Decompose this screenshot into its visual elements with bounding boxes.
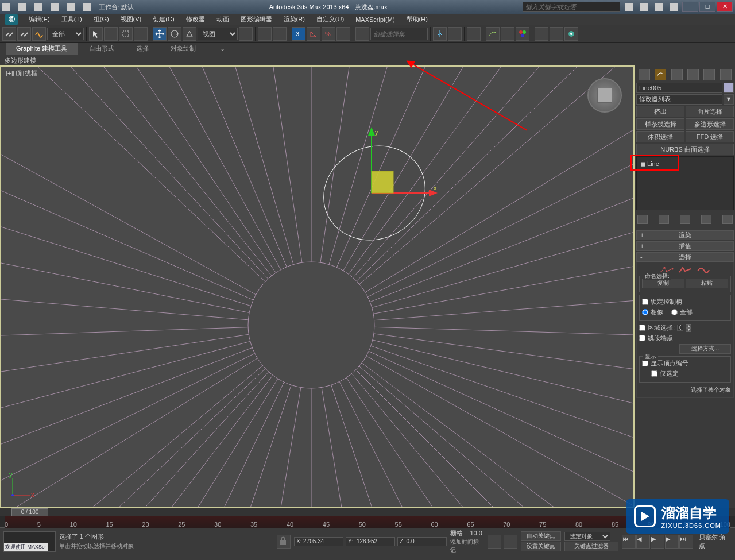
modifier-list-dropbtn[interactable]: ▼ <box>724 94 734 105</box>
maximize-button[interactable]: □ <box>699 2 715 12</box>
qat-redo-icon[interactable] <box>67 3 75 11</box>
object-name-input[interactable] <box>636 83 722 93</box>
workspace-dropdown[interactable]: 工作台: 默认 <box>99 3 134 11</box>
tab-graphite[interactable]: Graphite 建模工具 <box>6 43 78 55</box>
modifier-list-dropdown[interactable]: 修改器列表 <box>636 94 722 105</box>
render-production-icon[interactable] <box>564 27 578 41</box>
key-target[interactable]: 选定对象 <box>564 532 610 541</box>
unlink-icon[interactable] <box>17 27 31 41</box>
rollout-render[interactable]: +渲染 <box>636 230 734 240</box>
key-filters-button[interactable]: 关键点过滤器 <box>564 542 618 551</box>
render-setup-icon[interactable] <box>535 27 548 41</box>
select-object-icon[interactable] <box>89 27 103 41</box>
prev-frame-icon[interactable]: ◀ <box>636 535 650 549</box>
tab-motion-icon[interactable] <box>687 69 699 80</box>
menu-create[interactable]: 创建(C) <box>147 14 180 25</box>
menu-help[interactable]: 帮助(H) <box>401 14 434 25</box>
layer-manager-icon[interactable] <box>467 27 481 41</box>
qat-link-icon[interactable] <box>83 3 91 11</box>
tab-selection[interactable]: 选择 <box>126 43 159 55</box>
snap-toggle-icon[interactable]: 3 <box>292 27 305 41</box>
use-center-icon[interactable] <box>239 27 253 41</box>
btn-paste[interactable]: 粘贴 <box>686 279 728 288</box>
btn-select-by[interactable]: 选择方式... <box>679 344 731 354</box>
select-move-icon[interactable] <box>153 27 167 41</box>
chk-only-selected[interactable]: 仅选定 <box>651 369 728 378</box>
menu-tools[interactable]: 工具(T) <box>56 14 88 25</box>
window-crossing-icon[interactable] <box>134 27 148 41</box>
align-icon[interactable] <box>448 27 462 41</box>
tab-hierarchy-icon[interactable] <box>671 69 683 80</box>
bind-spacewarp-icon[interactable] <box>32 27 46 41</box>
menu-view[interactable]: 视图(V) <box>115 14 148 25</box>
coord-x[interactable]: X: 2705.34 <box>294 537 343 546</box>
reference-coord[interactable]: 视图 <box>198 28 238 40</box>
ribbon-panel-label[interactable]: 多边形建模 <box>0 55 735 65</box>
area-select-value[interactable] <box>677 325 683 331</box>
btn-nurbs-select[interactable]: NURBS 曲面选择 <box>636 144 734 155</box>
coord-y[interactable]: Y: -128.952 <box>346 537 395 546</box>
close-button[interactable]: ✕ <box>717 2 733 12</box>
rendered-frame-icon[interactable] <box>550 27 563 41</box>
radio-similar[interactable] <box>642 309 648 315</box>
time-tag-icon[interactable] <box>504 535 517 549</box>
percent-snap-icon[interactable]: % <box>322 27 335 41</box>
isolate-icon[interactable] <box>488 535 501 549</box>
help-search-input[interactable] <box>523 2 620 12</box>
stack-unique-icon[interactable] <box>680 215 690 224</box>
menu-modifiers[interactable]: 修改器 <box>180 14 211 25</box>
next-frame-icon[interactable]: ▶ <box>665 535 679 549</box>
subobj-segment-icon[interactable] <box>678 267 692 273</box>
tab-utilities-icon[interactable] <box>720 69 732 80</box>
time-slider-bar[interactable]: 0 / 100 <box>0 508 735 516</box>
btn-ffd-select[interactable]: FFD 选择 <box>686 131 734 142</box>
menu-customize[interactable]: 自定义(U) <box>311 14 350 25</box>
select-region-icon[interactable] <box>119 27 133 41</box>
star-icon[interactable] <box>640 3 648 11</box>
lock-selection-icon[interactable] <box>277 535 291 549</box>
globe-icon[interactable] <box>655 3 663 11</box>
material-editor-icon[interactable] <box>516 27 529 41</box>
select-scale-icon[interactable] <box>183 27 196 41</box>
stack-configure-icon[interactable] <box>722 215 733 224</box>
qat-open-icon[interactable] <box>18 3 26 11</box>
ribbon-expand-icon[interactable]: ⌄ <box>220 45 225 52</box>
menu-animation[interactable]: 动画 <box>211 14 235 25</box>
play-icon[interactable]: ▶ <box>651 535 664 549</box>
btn-extrude[interactable]: 挤出 <box>636 106 684 117</box>
qat-new-icon[interactable] <box>2 3 10 11</box>
minimize-button[interactable]: — <box>682 2 698 12</box>
btn-patch-select[interactable]: 面片选择 <box>686 106 734 117</box>
viewport-top[interactable]: [+][顶][线框] <box>0 65 635 508</box>
spin-down[interactable]: ▾ <box>686 328 691 332</box>
select-rotate-icon[interactable] <box>168 27 181 41</box>
btn-vol-select[interactable]: 体积选择 <box>636 131 684 142</box>
goto-end-icon[interactable]: ⏭ <box>679 535 693 549</box>
menu-rendering[interactable]: 渲染(R) <box>278 14 311 25</box>
stack-show-end-icon[interactable] <box>659 215 669 224</box>
link-icon[interactable] <box>2 27 16 41</box>
help-icon[interactable] <box>670 3 678 11</box>
tab-freeform[interactable]: 自由形式 <box>79 43 125 55</box>
viewcube[interactable] <box>587 78 622 113</box>
manipulate-icon[interactable] <box>258 27 272 41</box>
select-by-name-icon[interactable] <box>104 27 118 41</box>
tab-objectpaint[interactable]: 对象绘制 <box>160 43 206 55</box>
rollout-select[interactable]: -选择 <box>636 252 734 262</box>
chk-area-select[interactable]: 区域选择: ▴▾ <box>639 323 731 332</box>
angle-snap-icon[interactable] <box>307 27 320 41</box>
time-tag-hint[interactable]: 添加时间标记 <box>450 538 484 554</box>
btn-poly-select[interactable]: 多边形选择 <box>686 118 734 130</box>
spin-up[interactable]: ▴ <box>686 324 691 328</box>
curve-editor-icon[interactable] <box>486 27 500 41</box>
qat-undo-icon[interactable] <box>51 3 59 11</box>
set-key-button[interactable]: 设置关键点 <box>521 542 561 551</box>
selection-filter[interactable]: 全部 <box>47 28 84 40</box>
object-color-swatch[interactable] <box>724 83 734 93</box>
menu-maxscript[interactable]: MAXScript(M) <box>350 15 400 24</box>
tab-modify-icon[interactable] <box>655 69 666 80</box>
schematic-view-icon[interactable] <box>501 27 514 41</box>
rollout-interp[interactable]: +插值 <box>636 241 734 251</box>
named-selection-input[interactable] <box>370 28 428 40</box>
menu-edit[interactable]: 编辑(E) <box>23 14 56 25</box>
